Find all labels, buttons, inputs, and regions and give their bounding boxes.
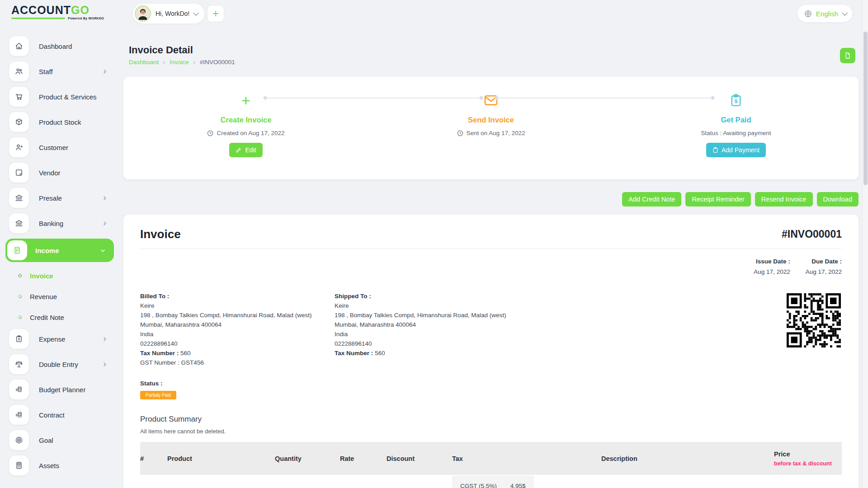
page-header: Invoice Detail Dashboard › Invoice › #IN… — [123, 44, 859, 70]
qr-code — [787, 293, 842, 347]
receipt-reminder-button[interactable]: Receipt Reminder — [685, 192, 750, 206]
svg-text:$: $ — [18, 337, 20, 341]
sidebar-subitem-credit-note[interactable]: Credit Note — [5, 308, 114, 326]
pencil-icon — [236, 147, 242, 153]
add-credit-note-button[interactable]: Add Credit Note — [622, 192, 681, 206]
sidebar-subitem-invoice[interactable]: Invoice — [5, 267, 114, 285]
sidebar-item-staff[interactable]: Staff — [5, 61, 114, 81]
breadcrumb-current: #INVO00001 — [200, 59, 235, 66]
brand-underline — [11, 18, 65, 19]
product-summary-title: Product Summary — [140, 415, 842, 424]
resend-invoice-button[interactable]: Resend Invoice — [755, 192, 813, 206]
sidebar-item-budget-planner[interactable]: $ Budget Planner — [5, 380, 114, 399]
step-subtitle: Status : Awaiting payment — [701, 130, 771, 136]
sidebar-item-expense[interactable]: $ Expense — [5, 329, 114, 349]
sidebar-item-income[interactable]: Income — [5, 239, 114, 262]
billed-to-label: Billed To : — [140, 291, 335, 301]
step-title: Create Invoice — [221, 116, 272, 124]
shipped-to-phone: 02228896140 — [335, 339, 787, 348]
sidebar-item-presale[interactable]: Presale — [5, 188, 114, 208]
chevron-down-icon — [100, 248, 106, 253]
target-icon — [9, 430, 29, 450]
sidebar-item-product-stock[interactable]: Product Stock — [5, 112, 114, 132]
clipboard-dollar-icon: $ — [9, 329, 29, 349]
row-description: Giving information on its origins. — [601, 475, 774, 488]
step-get-paid: $ Get Paid Status : Awaiting payment Add… — [613, 77, 859, 179]
quick-add-button[interactable]: + — [207, 5, 224, 22]
sidebar-subitem-revenue[interactable]: Revenue — [5, 287, 114, 305]
tax-number-label: Tax Number : — [335, 350, 373, 357]
sidebar-item-dashboard[interactable]: Dashboard — [5, 36, 114, 56]
chevron-down-icon — [842, 10, 848, 16]
col-header-product: Product — [167, 455, 275, 462]
export-document-button[interactable] — [840, 48, 855, 63]
clipboard-dollar-icon: $ — [730, 91, 742, 109]
row-price: 90.00$ — [774, 475, 842, 488]
bank-icon — [9, 188, 29, 208]
invoice-actions: Add Credit Note Receipt Reminder Resend … — [123, 192, 859, 206]
sidebar-item-product-services[interactable]: Product & Services — [5, 87, 114, 107]
file-icon — [844, 52, 851, 59]
language-selector[interactable]: English — [797, 5, 852, 22]
status-label: Status : — [140, 380, 842, 387]
topbar: ACCOUNTGO Powered By WORKDO Hi, WorkDo! … — [0, 0, 868, 27]
sidebar-item-banking[interactable]: Banking — [5, 213, 114, 233]
step-send-invoice: Send Invoice Sent on Aug 17, 2022 — [368, 77, 613, 179]
shipped-to-label: Shipped To : — [335, 291, 787, 301]
table-row: 1 Bicycle Accessories 1 (Pc) 90.00$ 0.00… — [140, 475, 842, 488]
due-date-label: Due Date : — [806, 258, 842, 265]
download-button[interactable]: Download — [817, 192, 859, 206]
row-product: Bicycle Accessories — [167, 475, 275, 488]
document-icon — [7, 240, 27, 260]
invoice-heading: Invoice — [140, 227, 181, 241]
brand-logo[interactable]: ACCOUNTGO Powered By WORKDO — [11, 4, 104, 20]
tax-number-value: 560 — [375, 350, 385, 357]
tax-value: 4.95$ — [510, 483, 526, 488]
page-scrollbar[interactable] — [862, 0, 868, 488]
add-payment-button[interactable]: Add Payment — [706, 143, 766, 157]
coins-dollar-icon: $ — [9, 405, 29, 425]
sidebar-item-double-entry[interactable]: Double Entry — [5, 354, 114, 374]
clock-icon — [207, 130, 213, 136]
sidebar-item-vendor[interactable]: Vendor — [5, 163, 114, 183]
gst-number-value: GST456 — [181, 359, 204, 366]
note-icon — [9, 163, 29, 183]
sidebar-item-contract[interactable]: $ Contract — [5, 405, 114, 425]
home-icon — [9, 36, 29, 56]
invoice-detail-card: Invoice #INVO00001 Issue Date : Aug 17, … — [123, 215, 859, 488]
breadcrumb-dashboard[interactable]: Dashboard — [129, 59, 159, 66]
invoice-parties: Billed To : Keire 198 , Bombay Talkies C… — [140, 291, 842, 367]
powered-by-label: Powered By WORKDO — [68, 17, 104, 20]
sidebar-item-goal[interactable]: Goal — [5, 430, 114, 450]
col-header-price: Price before tax & discount — [774, 450, 842, 467]
users-icon — [9, 61, 29, 81]
tax-number-value: 560 — [180, 350, 191, 357]
price-note: before tax & discount — [774, 460, 842, 467]
tax-number-label: Tax Number : — [140, 350, 179, 357]
plus-icon: + — [241, 91, 250, 109]
col-header-quantity: Quantity — [275, 455, 340, 462]
step-title: Get Paid — [721, 116, 751, 124]
scrollbar-thumb[interactable] — [863, 32, 868, 185]
chevron-right-icon — [102, 195, 108, 201]
edit-button[interactable]: Edit — [229, 143, 262, 157]
billed-to-phone: 02228896140 — [140, 339, 335, 348]
plus-icon: + — [212, 7, 219, 20]
status-block: Status : Partialy Paid — [140, 380, 842, 399]
cart-icon — [9, 87, 29, 107]
col-header-discount: Discount — [387, 455, 452, 462]
row-index: 1 — [140, 475, 167, 488]
greeting-label: Hi, WorkDo! — [156, 10, 189, 17]
step-create-invoice: + Create Invoice Created on Aug 17, 2022… — [123, 77, 368, 179]
breadcrumb-invoice[interactable]: Invoice — [170, 59, 189, 66]
calculator-icon — [9, 455, 29, 475]
invoice-progress-card: + Create Invoice Created on Aug 17, 2022… — [123, 77, 859, 179]
chevron-right-icon — [102, 336, 108, 342]
sidebar-item-customer[interactable]: Customer — [5, 137, 114, 157]
sidebar: Dashboard Staff Product & Services Produ… — [5, 36, 114, 481]
user-menu[interactable]: Hi, WorkDo! — [133, 4, 204, 23]
user-plus-icon — [9, 137, 29, 157]
globe-icon — [804, 9, 812, 18]
sidebar-item-assets[interactable]: Assets — [5, 455, 114, 475]
envelope-icon — [484, 91, 498, 109]
